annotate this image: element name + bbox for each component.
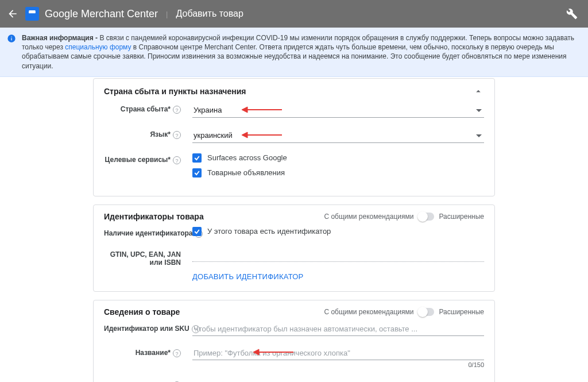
brand-input[interactable] [192,379,484,382]
tools-button[interactable] [565,7,579,21]
help-icon[interactable]: ? [173,349,181,357]
toggle-right: Расширенные [439,213,484,221]
help-icon[interactable]: ? [173,106,181,114]
collapse-country[interactable] [473,86,484,97]
label-destinations: Целевые сервисы? [104,153,184,164]
info-icon [7,34,16,43]
row-brand: Бренд? 0/70 [104,379,484,382]
content-area: Страна сбыта и пункты назначения Страна … [0,78,588,382]
row-name: Название? 0/150 [104,346,484,368]
name-input[interactable] [192,346,484,360]
notice-lead: Важная информация - [22,34,99,42]
label-brand: Бренд? [104,379,184,382]
header-separator: | [166,10,168,18]
label-language: Язык? [104,128,184,139]
name-counter: 0/150 [192,361,484,368]
sku-input[interactable] [192,322,484,336]
card-country-title: Страна сбыта и пункты назначения [104,87,246,96]
back-button[interactable] [6,7,20,21]
language-select[interactable]: украинский [192,128,484,143]
app-header: Google Merchant Center | Добавить товар [0,0,588,28]
country-select[interactable]: Украина [192,103,484,118]
row-country: Страна сбыта? Украина [104,103,484,118]
brand-name: Google Merchant Center [45,8,158,20]
gtin-input[interactable] [192,248,484,262]
ids-toggle-group: С общими рекомендациями Расширенные [324,213,484,221]
row-gtin: GTIN, UPC, EAN, JAN или ISBN [104,248,484,267]
add-identifier-button[interactable]: ДОБАВИТЬ ИДЕНТИФИКАТОР [192,272,304,281]
surfaces-label: Surfaces across Google [207,153,287,162]
has-id-text: У этого товара есть идентификатор [207,227,331,236]
chevron-down-icon [476,132,482,138]
label-sku: Идентификатор или SKU? [104,322,184,333]
dest-surfaces: Surfaces across Google [192,153,484,163]
toggle-right: Расширенные [439,308,484,316]
page-title: Добавить товар [176,9,243,19]
info-toggle-group: С общими рекомендациями Расширенные [324,308,484,316]
chevron-down-icon [476,107,482,113]
toggle-left: С общими рекомендациями [324,308,413,316]
notice-text: Важная информация - В связи с пандемией … [22,33,581,71]
row-destinations: Целевые сервисы? Surfaces across Google … [104,153,484,183]
row-add-id: ДОБАВИТЬ ИДЕНТИФИКАТОР [104,272,484,281]
card-identifiers: Идентификаторы товара С общими рекоменда… [93,204,495,292]
covid-notice: Важная информация - В связи с пандемией … [0,28,588,77]
label-has-id: Наличие идентификатора? [104,227,184,238]
toggle-left: С общими рекомендациями [324,213,413,221]
language-value: украинский [194,131,233,140]
notice-link[interactable]: специальную форму [65,43,131,51]
ids-view-toggle[interactable] [418,213,434,221]
label-name: Название? [104,346,184,357]
help-icon[interactable]: ? [173,156,181,164]
has-id-checkbox[interactable] [192,227,202,236]
ads-label: Товарные объявления [207,168,285,177]
has-id-line: У этого товара есть идентификатор [192,227,484,236]
help-icon[interactable]: ? [173,131,181,139]
row-sku: Идентификатор или SKU? [104,322,484,336]
info-view-toggle[interactable] [418,308,434,316]
card-info-title: Сведения о товаре [104,307,180,317]
merchant-logo-icon [25,7,39,21]
country-value: Украина [194,106,222,114]
surfaces-checkbox[interactable] [192,153,202,163]
card-ids-title: Идентификаторы товара [104,212,204,221]
label-country: Страна сбыта? [104,103,184,114]
label-gtin: GTIN, UPC, EAN, JAN или ISBN [104,248,184,267]
ads-checkbox[interactable] [192,168,202,178]
card-product-info: Сведения о товаре С общими рекомендациям… [93,300,495,382]
row-has-id: Наличие идентификатора? У этого товара е… [104,227,484,238]
card-country: Страна сбыта и пункты назначения Страна … [93,78,495,196]
row-language: Язык? украинский [104,128,484,143]
dest-ads: Товарные объявления [192,168,484,178]
